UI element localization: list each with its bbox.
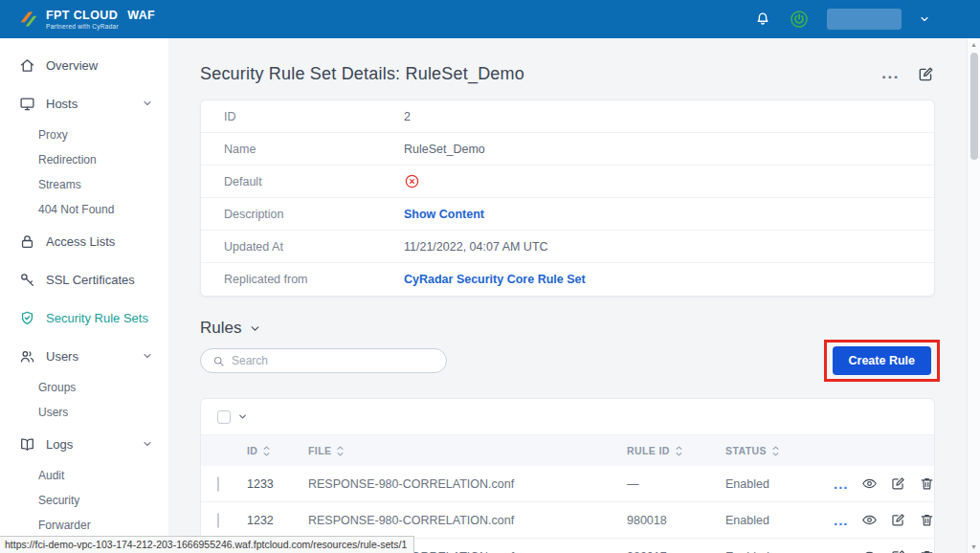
detail-label: ID [224, 110, 404, 123]
key-icon [19, 272, 35, 288]
search-box[interactable] [200, 348, 447, 373]
sidebar-item-security-rule-sets[interactable]: Security Rule Sets [0, 299, 168, 337]
column-header-id[interactable]: ID [247, 445, 308, 457]
create-rule-button[interactable]: Create Rule [833, 346, 931, 375]
scrollbar-thumb[interactable] [970, 53, 978, 160]
eye-icon[interactable] [861, 548, 878, 553]
rules-heading: Rules [200, 316, 935, 341]
detail-row-id: ID 2 [201, 100, 934, 133]
sort-icon [336, 445, 345, 457]
lock-icon [19, 233, 35, 250]
show-content-link[interactable]: Show Content [404, 208, 484, 221]
sort-icon [262, 445, 271, 457]
sidebar-item-404-not-found[interactable]: 404 Not Found [0, 197, 168, 222]
more-options-button[interactable]: ... [881, 69, 900, 78]
row-checkbox[interactable] [217, 476, 219, 492]
more-actions-button[interactable]: ... [834, 517, 849, 524]
detail-row-name: Name RuleSet_Demo [201, 133, 934, 166]
detail-row-replicated-from: Replicated from CyRadar Security Core Ru… [201, 263, 934, 296]
chevron-down-icon[interactable] [237, 411, 248, 422]
trash-icon[interactable] [919, 512, 935, 528]
detail-row-default: Default [201, 166, 934, 198]
page-title: Security Rule Set Details: RuleSet_Demo [200, 64, 524, 84]
column-label: STATUS [725, 445, 767, 456]
replicated-from-link[interactable]: CyRadar Security Core Rule Set [404, 273, 586, 286]
eye-icon[interactable] [861, 512, 878, 528]
sidebar-item-label: Hosts [46, 97, 78, 111]
shield-check-icon [19, 310, 35, 326]
sidebar-item-access-lists[interactable]: Access Lists [0, 222, 168, 260]
column-header-rule-id[interactable]: RULE ID [627, 445, 725, 457]
sidebar-item-proxy[interactable]: Proxy [0, 122, 168, 147]
cell-file: RESPONSE-980-CORRELATION.conf [308, 477, 627, 491]
chevron-down-icon[interactable] [142, 438, 153, 450]
table-header: ID FILE RULE ID STATUS [201, 435, 934, 466]
sidebar-item-label: Audit [38, 469, 64, 482]
row-checkbox[interactable] [217, 513, 219, 528]
trash-icon[interactable] [919, 476, 935, 492]
sidebar-item-audit[interactable]: Audit [0, 463, 168, 488]
sort-icon [771, 445, 780, 457]
sidebar-item-streams[interactable]: Streams [0, 172, 168, 197]
cell-file: RESPONSE-980-CORRELATION.conf [308, 514, 627, 527]
detail-row-updated-at: Updated At 11/21/2022, 04:07 AM UTC [201, 231, 934, 263]
sidebar-item-redirection[interactable]: Redirection [0, 147, 168, 172]
product-name: WAF [127, 9, 155, 22]
sidebar-item-forwarder[interactable]: Forwarder [0, 513, 168, 538]
edit-icon[interactable] [890, 512, 906, 528]
cell-rule-id: 980018 [627, 514, 725, 527]
scrollbar[interactable]: ▲ ▼ [967, 38, 980, 553]
chevron-down-icon[interactable] [919, 13, 930, 25]
book-icon [19, 436, 35, 453]
eye-icon[interactable] [861, 476, 878, 492]
users-icon [19, 348, 35, 365]
sidebar-item-overview[interactable]: Overview [0, 46, 168, 84]
chevron-down-icon[interactable] [249, 322, 261, 335]
topbar-actions [754, 9, 930, 30]
chevron-down-icon[interactable] [142, 98, 153, 109]
cell-id: 1233 [247, 477, 308, 491]
create-rule-wrap: Create Rule [833, 346, 931, 375]
sidebar-item-groups[interactable]: Groups [0, 375, 168, 400]
sidebar-item-security[interactable]: Security [0, 488, 168, 513]
rules-heading-label: Rules [200, 319, 241, 338]
sidebar-item-ssl-certificates[interactable]: SSL Certificates [0, 260, 168, 299]
home-icon [19, 57, 35, 74]
detail-value: 2 [404, 110, 411, 123]
trash-icon[interactable] [919, 548, 935, 553]
edit-icon[interactable] [890, 476, 906, 492]
cross-circle-icon [404, 173, 420, 189]
rules-table: ID FILE RULE ID STATUS [200, 398, 935, 553]
detail-row-description: Description Show Content [201, 198, 934, 231]
user-menu[interactable] [827, 9, 902, 30]
detail-label: Replicated from [224, 273, 404, 286]
sidebar-item-logs[interactable]: Logs [0, 425, 168, 463]
sidebar-item-label: 404 Not Found [38, 203, 114, 216]
sidebar-item-label: Streams [38, 178, 81, 191]
column-header-file[interactable]: FILE [308, 445, 627, 457]
chevron-down-icon[interactable] [142, 350, 153, 362]
edit-icon[interactable] [890, 548, 906, 553]
sidebar-item-users[interactable]: Users [0, 337, 168, 375]
main-content: Security Rule Set Details: RuleSet_Demo … [168, 38, 967, 553]
bell-icon[interactable] [754, 11, 771, 28]
edit-icon[interactable] [917, 65, 935, 83]
table-row: 1232 RESPONSE-980-CORRELATION.conf 98001… [201, 502, 934, 539]
sidebar-item-hosts[interactable]: Hosts [0, 84, 168, 122]
column-header-status[interactable]: STATUS [725, 445, 828, 457]
top-bar: FPT CLOUD WAF Partnered with CyRadar [0, 0, 980, 38]
sidebar: Overview Hosts Proxy Redirection Streams… [0, 38, 168, 553]
table-row: 1233 RESPONSE-980-CORRELATION.conf — Ena… [201, 466, 934, 502]
sort-icon [675, 445, 683, 457]
search-input[interactable] [232, 354, 434, 367]
scroll-up-arrow[interactable]: ▲ [970, 38, 977, 51]
sidebar-item-label: Access Lists [46, 234, 115, 249]
sidebar-item-label: Logs [46, 437, 73, 452]
brand-logo[interactable]: FPT CLOUD WAF Partnered with CyRadar [19, 9, 155, 30]
more-actions-button[interactable]: ... [834, 480, 849, 488]
select-all-checkbox[interactable] [217, 410, 231, 424]
sidebar-item-users-sub[interactable]: Users [0, 400, 168, 425]
page-head: Security Rule Set Details: RuleSet_Demo … [200, 59, 935, 88]
power-icon[interactable] [789, 9, 810, 30]
scroll-down-arrow[interactable]: ▼ [970, 541, 977, 553]
